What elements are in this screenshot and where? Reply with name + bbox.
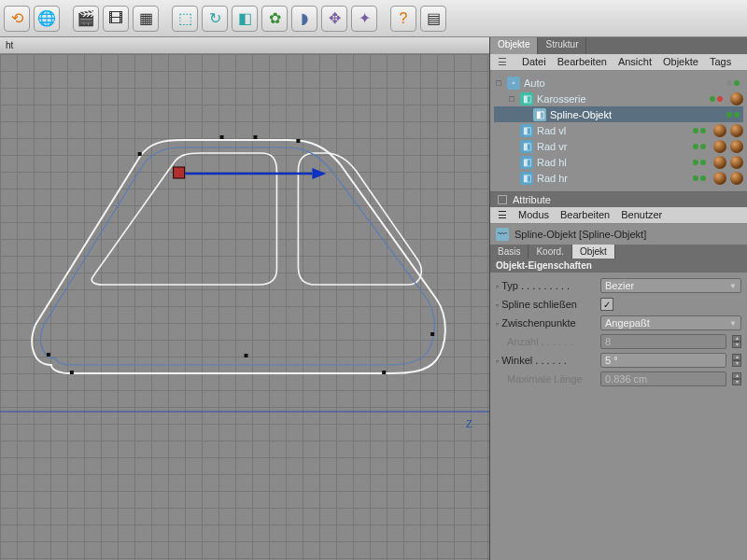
prop-type-label: Typ [501,280,518,291]
tree-label: Auto [524,77,723,89]
expand-button[interactable]: ✥ [321,6,347,32]
tree-label: Rad hl [537,157,689,168]
prop-interp-dropdown[interactable]: Angepaßt▼ [600,315,741,330]
tree-row[interactable]: □◧Karosserie [494,91,743,106]
tree-root[interactable]: □ ◦ Auto [494,75,743,91]
spline-icon: 〰 [496,228,509,241]
attr-menu-user[interactable]: Benutzer [621,209,662,221]
visibility-dots[interactable] [693,144,706,149]
attribute-title: Attribute [513,194,551,205]
prop-angle-stepper[interactable]: ▴▾ [732,354,741,367]
prop-count-stepper: ▴▾ [732,335,741,348]
svg-rect-11 [47,353,50,357]
object-icon: ◧ [520,124,533,137]
cube-button[interactable]: ⬚ [172,6,198,32]
clapper-button[interactable]: 🎬 [73,6,99,32]
cube2-button[interactable]: ◧ [232,6,258,32]
material-tag-icon[interactable] [713,172,726,185]
visibility-dots[interactable] [693,160,706,165]
prop-angle-label: Winkel [501,355,532,366]
menu-objects[interactable]: Objekte [663,56,698,68]
svg-rect-6 [253,135,257,139]
prop-type-dropdown[interactable]: Bezier▼ [600,278,741,293]
subtab-basis[interactable]: Basis [490,245,529,259]
menu-edit[interactable]: Bearbeiten [557,56,607,68]
spline-outer-blue [41,147,435,365]
menu-icon[interactable]: ☰ [498,209,507,221]
svg-rect-4 [138,152,142,156]
material-tag-icon[interactable] [730,156,743,169]
menu-icon[interactable]: ☰ [498,56,511,68]
undo-button[interactable]: ⟲ [4,6,30,32]
material-tag-icon[interactable] [713,140,726,153]
main-toolbar: ⟲ 🌐 🎬 🎞 ▦ ⬚ ↻ ◧ ✿ ◗ ✥ ✦ ? ▤ [0,0,747,37]
menu-view[interactable]: Ansicht [618,56,652,68]
svg-rect-10 [382,371,386,374]
menu-file[interactable]: Datei [522,56,546,68]
attribute-object-name: Spline-Objekt [Spline-Objekt] [514,229,646,240]
visibility-dots[interactable] [726,112,740,118]
help-button[interactable]: ? [390,6,416,32]
swap-button[interactable]: ↻ [202,6,228,32]
tab-objects[interactable]: Objekte [490,37,538,54]
spline-outer [32,140,445,373]
tab-structure[interactable]: Struktur [538,37,586,54]
frames-button[interactable]: ▦ [133,6,159,32]
prop-maxlen-stepper: ▴▾ [732,372,741,385]
tree-row[interactable]: ◧Rad hl [494,154,743,170]
tree-row[interactable]: ◧Rad vl [494,122,743,138]
object-icon: ◧ [520,92,533,105]
material-tag-icon[interactable] [713,124,726,137]
blob-button[interactable]: ◗ [291,6,317,32]
side-panel: Objekte Struktur ☰ Datei Bearbeiten Ansi… [490,37,747,560]
object-icon: ◧ [520,156,533,169]
attr-menu-mode[interactable]: Modus [518,209,549,221]
material-tag-icon[interactable] [730,140,743,153]
material-tag-icon[interactable] [730,172,743,185]
object-tree[interactable]: □ ◦ Auto □◧Karosserie◧Spline-Objekt◧Rad … [490,71,747,192]
subtab-objekt[interactable]: Objekt [572,245,615,259]
menu-tags[interactable]: Tags [710,56,731,68]
tree-label: Spline-Objekt [550,109,723,120]
flower-button[interactable]: ✿ [261,6,288,32]
prop-count-field: 8 [600,334,726,349]
attribute-menubar: ☰ Modus Bearbeiten Benutzer [490,207,747,224]
prop-maxlen-label: Maximale Länge [507,373,583,385]
tree-twist-icon[interactable]: □ [507,94,516,104]
attribute-subtabs: Basis Koord. Objekt [490,245,747,259]
viewport-canvas: Z [0,54,489,560]
tree-label: Rad hr [537,173,689,184]
axis-button[interactable]: ✦ [351,6,377,32]
prop-count-label: Anzahl [507,336,539,347]
svg-marker-2 [312,168,326,179]
tree-twist-icon[interactable]: □ [494,78,503,88]
svg-rect-8 [245,354,248,357]
material-tag-icon[interactable] [713,156,726,169]
prop-close-label: Spline schließen [501,299,577,310]
tree-row[interactable]: ◧Rad vr [494,138,743,154]
tree-row[interactable]: ◧Spline-Objekt [494,106,743,122]
subtab-koord[interactable]: Koord. [529,245,571,259]
prop-angle-field[interactable]: 5 ° [600,353,726,368]
globe-button[interactable]: 🌐 [34,6,60,32]
objects-menubar: ☰ Datei Bearbeiten Ansicht Objekte Tags [490,54,747,71]
film-button[interactable]: 🎞 [103,6,129,32]
visibility-dots[interactable] [693,128,706,133]
null-icon: ◦ [507,77,520,90]
attribute-object-title: 〰 Spline-Objekt [Spline-Objekt] [490,224,747,245]
attribute-header: Attribute [490,192,747,207]
sheet-button[interactable]: ▤ [420,6,446,32]
tree-label: Rad vl [537,125,689,136]
svg-rect-9 [70,371,74,374]
material-tag-icon[interactable] [730,124,743,137]
visibility-dots[interactable] [710,96,723,102]
tree-row[interactable]: ◧Rad hr [494,170,743,186]
svg-rect-5 [220,135,224,139]
material-tag-icon[interactable] [730,92,743,105]
chevron-down-icon: ▼ [729,282,737,290]
viewport[interactable]: ht Z [0,37,490,560]
visibility-dots[interactable] [693,175,706,181]
prop-close-checkbox[interactable]: ✓ [600,298,613,311]
attr-menu-edit[interactable]: Bearbeiten [560,209,610,221]
object-icon: ◧ [533,108,546,121]
